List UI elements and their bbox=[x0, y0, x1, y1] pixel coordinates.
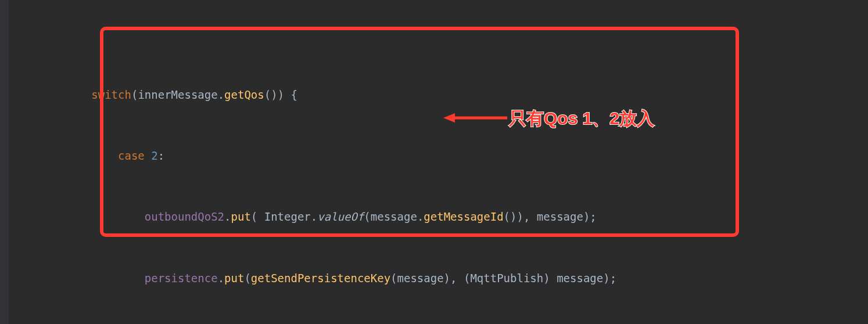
code-line: case 2: bbox=[12, 146, 868, 166]
code-editor[interactable]: switch(innerMessage.getQos()) { case 2: … bbox=[0, 0, 868, 324]
code-line: outboundQoS2.put( Integer.valueOf(messag… bbox=[12, 207, 868, 227]
editor-gutter bbox=[0, 0, 9, 324]
svg-marker-1 bbox=[443, 113, 455, 123]
annotation-highlight-box bbox=[100, 27, 739, 237]
annotation-text: 只有Qos 1、2放入 bbox=[509, 102, 654, 135]
code-line: switch(innerMessage.getQos()) { bbox=[12, 85, 868, 105]
code-line: persistence.put(getSendPersistenceKey(me… bbox=[12, 268, 868, 289]
annotation-arrow-icon bbox=[443, 113, 507, 123]
